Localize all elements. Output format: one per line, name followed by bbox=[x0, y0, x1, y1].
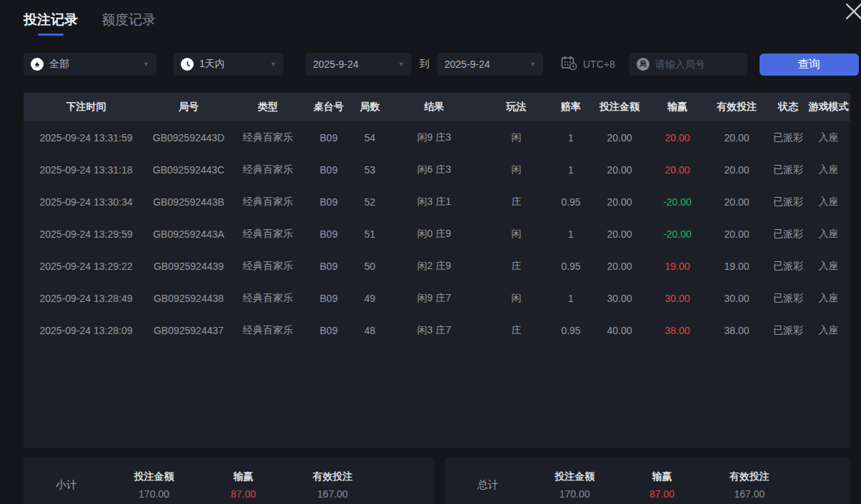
subtotal-bet-amount: 投注金额 170.00 bbox=[109, 470, 199, 500]
filter-bar: ♠ 全部 ▼ 1天内 ▼ 2025-9-24 ▼ 到 2025-9-24 ▼ U… bbox=[24, 53, 859, 76]
cell-round_id: GB092592443A bbox=[149, 218, 229, 250]
date-to-select[interactable]: 2025-9-24 ▼ bbox=[437, 53, 543, 76]
cell-round: 54 bbox=[350, 121, 389, 153]
column-header: 状态 bbox=[770, 93, 807, 121]
tab-bet-records[interactable]: 投注记录 bbox=[24, 11, 78, 36]
cell-table_no: B09 bbox=[307, 153, 350, 186]
round-number-input[interactable] bbox=[655, 59, 740, 70]
cell-status: 已派彩 bbox=[770, 153, 807, 186]
cell-round_id: GB0925924439 bbox=[149, 250, 229, 282]
column-header: 类型 bbox=[229, 93, 307, 121]
cell-time: 2025-09-24 13:31:18 bbox=[24, 153, 149, 186]
column-header: 结果 bbox=[389, 93, 479, 121]
cell-valid: 20.00 bbox=[704, 186, 770, 218]
date-from-select[interactable]: 2025-9-24 ▼ bbox=[306, 53, 412, 76]
cell-result: 闲2 庄9 bbox=[389, 250, 479, 282]
tab-quota-records[interactable]: 额度记录 bbox=[101, 11, 156, 36]
cell-odds: 1 bbox=[554, 153, 588, 186]
time-range-select[interactable]: 1天内 ▼ bbox=[174, 53, 284, 76]
cell-table_no: B09 bbox=[307, 218, 350, 250]
cell-mode: 入座 bbox=[807, 314, 850, 346]
cell-bet: 20.00 bbox=[588, 121, 651, 153]
total-bet-amount: 投注金额 170.00 bbox=[531, 470, 618, 500]
cell-odds: 0.95 bbox=[554, 250, 588, 282]
cell-play: 闲 bbox=[479, 153, 554, 186]
tab-bar: 投注记录 额度记录 bbox=[24, 11, 156, 36]
cell-status: 已派彩 bbox=[770, 250, 807, 282]
chevron-down-icon: ▼ bbox=[270, 61, 277, 68]
cell-status: 已派彩 bbox=[770, 186, 807, 218]
cell-odds: 1 bbox=[554, 218, 588, 250]
cell-bet: 20.00 bbox=[588, 153, 651, 186]
table-row: 2025-09-24 13:29:22GB0925924439经典百家乐B095… bbox=[24, 250, 850, 282]
cell-valid: 20.00 bbox=[704, 218, 770, 250]
cell-result: 闲9 庄7 bbox=[389, 282, 479, 314]
cell-round: 51 bbox=[350, 218, 389, 250]
cell-table_no: B09 bbox=[307, 250, 350, 282]
cell-play: 庄 bbox=[479, 186, 554, 218]
subtotal-label: 小计 bbox=[24, 470, 109, 492]
cell-time: 2025-09-24 13:30:34 bbox=[24, 186, 149, 218]
cell-status: 已派彩 bbox=[770, 282, 807, 314]
cell-mode: 入座 bbox=[807, 121, 850, 153]
chevron-down-icon: ▼ bbox=[529, 61, 536, 68]
cell-round_id: GB092592443C bbox=[149, 153, 229, 186]
game-type-select[interactable]: ♠ 全部 ▼ bbox=[24, 53, 156, 76]
cell-odds: 1 bbox=[554, 121, 588, 153]
cell-status: 已派彩 bbox=[770, 314, 807, 346]
cell-round_id: GB092592443B bbox=[149, 186, 229, 218]
cell-result: 闲6 庄3 bbox=[389, 153, 479, 186]
cell-type: 经典百家乐 bbox=[229, 250, 307, 282]
column-header: 玩法 bbox=[479, 93, 554, 121]
cell-round: 49 bbox=[350, 282, 389, 314]
column-header: 下注时间 bbox=[24, 93, 149, 121]
chevron-down-icon: ▼ bbox=[143, 61, 149, 68]
cell-mode: 入座 bbox=[807, 153, 850, 186]
subtotal-card: 小计 投注金额 170.00 输赢 87.00 有效投注 167.00 bbox=[24, 458, 434, 504]
cell-status: 已派彩 bbox=[770, 218, 807, 250]
total-win-loss: 输赢 87.00 bbox=[618, 470, 705, 500]
table-body: 2025-09-24 13:31:59GB092592443D经典百家乐B095… bbox=[24, 121, 850, 346]
cell-round: 53 bbox=[350, 153, 389, 186]
cell-result: 闲3 庄7 bbox=[389, 314, 479, 346]
to-label: 到 bbox=[419, 58, 429, 71]
cell-play: 闲 bbox=[479, 218, 554, 250]
cell-play: 闲 bbox=[479, 282, 554, 314]
table-row: 2025-09-24 13:31:59GB092592443D经典百家乐B095… bbox=[24, 121, 850, 153]
date-from-value: 2025-9-24 bbox=[313, 59, 359, 70]
cell-valid: 38.00 bbox=[704, 314, 770, 346]
cell-round: 50 bbox=[350, 250, 389, 282]
cell-table_no: B09 bbox=[307, 121, 350, 153]
cell-play: 庄 bbox=[479, 314, 554, 346]
subtotal-valid-bet: 有效投注 167.00 bbox=[288, 470, 377, 500]
cell-type: 经典百家乐 bbox=[229, 282, 307, 314]
cell-time: 2025-09-24 13:28:49 bbox=[24, 282, 149, 314]
cell-time: 2025-09-24 13:31:59 bbox=[24, 121, 149, 153]
cell-type: 经典百家乐 bbox=[229, 314, 307, 346]
cell-win: -20.00 bbox=[651, 218, 704, 250]
column-header: 桌台号 bbox=[307, 93, 350, 121]
close-icon[interactable] bbox=[844, 1, 861, 21]
table-row: 2025-09-24 13:30:34GB092592443B经典百家乐B095… bbox=[24, 186, 850, 218]
cell-valid: 30.00 bbox=[704, 282, 770, 314]
cell-mode: 入座 bbox=[807, 250, 850, 282]
cell-bet: 20.00 bbox=[588, 250, 651, 282]
timezone-label: UTC+8 bbox=[583, 59, 615, 70]
cell-round_id: GB0925924437 bbox=[149, 314, 229, 346]
column-header: 赔率 bbox=[554, 93, 588, 121]
cell-odds: 0.95 bbox=[554, 186, 588, 218]
cell-win: 20.00 bbox=[651, 153, 704, 186]
column-header: 游戏模式 bbox=[807, 93, 850, 121]
cell-type: 经典百家乐 bbox=[229, 121, 307, 153]
table-row: 2025-09-24 13:28:09GB0925924437经典百家乐B094… bbox=[24, 314, 850, 346]
cell-mode: 入座 bbox=[807, 282, 850, 314]
column-header: 局号 bbox=[149, 93, 229, 121]
cell-bet: 20.00 bbox=[588, 218, 651, 250]
cell-win: 38.00 bbox=[651, 314, 704, 346]
search-button[interactable]: 查询 bbox=[760, 54, 859, 76]
round-number-field: 局 bbox=[629, 53, 747, 76]
cell-play: 庄 bbox=[479, 250, 554, 282]
table-row: 2025-09-24 13:28:49GB0925924438经典百家乐B094… bbox=[24, 282, 850, 314]
cell-round_id: GB0925924438 bbox=[149, 282, 229, 314]
total-valid-bet: 有效投注 167.00 bbox=[706, 470, 793, 500]
